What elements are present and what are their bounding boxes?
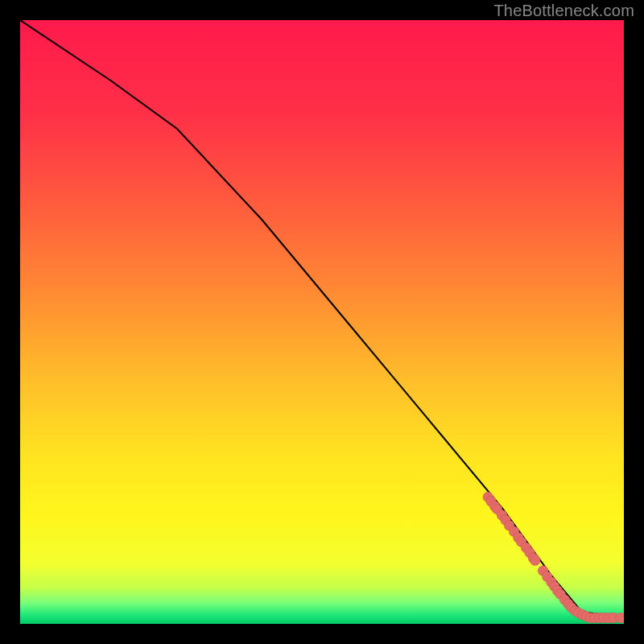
plot-svg — [20, 20, 624, 624]
plot-area — [20, 20, 624, 624]
attribution-text: TheBottleneck.com — [493, 2, 634, 20]
chart-stage: TheBottleneck.com — [0, 0, 644, 644]
scatter-point — [616, 613, 624, 623]
gradient-background — [20, 20, 624, 624]
scatter-point — [530, 555, 540, 566]
